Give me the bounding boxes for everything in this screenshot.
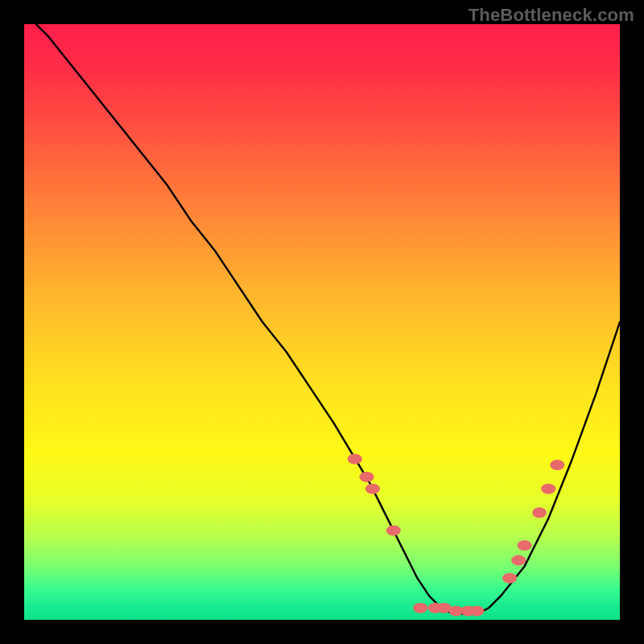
curve-dot bbox=[532, 507, 547, 518]
curve-dot bbox=[511, 555, 526, 566]
curve-dot bbox=[365, 484, 380, 494]
curve-dot bbox=[502, 573, 517, 584]
watermark-text: TheBottleneck.com bbox=[469, 5, 634, 26]
curve-dot bbox=[413, 603, 427, 613]
plot-area bbox=[24, 24, 620, 620]
curve-dot bbox=[360, 472, 374, 482]
curve-dot bbox=[518, 540, 532, 551]
bottleneck-curve bbox=[24, 24, 620, 614]
chart-frame: TheBottleneck.com bbox=[0, 0, 644, 644]
curve-svg bbox=[24, 24, 620, 620]
curve-dot bbox=[550, 460, 564, 470]
curve-dot bbox=[348, 454, 362, 464]
curve-dot bbox=[469, 605, 484, 616]
curve-dot bbox=[541, 484, 555, 494]
curve-dots-group bbox=[348, 454, 565, 617]
curve-dot bbox=[386, 526, 401, 536]
